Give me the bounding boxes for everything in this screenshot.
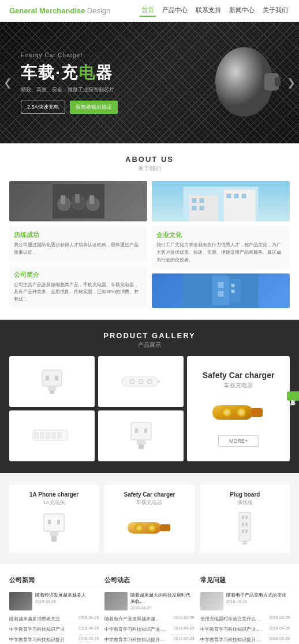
about-tower-image: [152, 273, 290, 308]
news-item-3: 随着电子产品充电方式的变化 2018-04-28: [200, 592, 290, 610]
hero-cn-suffix: 器: [96, 64, 113, 82]
gallery-cell-4: [98, 410, 184, 461]
gallery-cell-3: [9, 410, 95, 461]
svg-rect-22: [218, 282, 224, 288]
news-list-item-2: 中学教育学习科技知识产业 2018-04-28: [9, 624, 99, 635]
nl-date-8: 2018-04-28: [269, 626, 290, 632]
gallery-en: PRODUCT GALLERY: [9, 331, 290, 340]
news-item-1: 随着经济发展越来越多人 2018-04-28: [9, 592, 99, 610]
svg-point-35: [147, 379, 152, 384]
hero-buttons: 2.5A快速充电 双电路输出稳定: [21, 101, 118, 114]
svg-rect-31: [55, 376, 58, 380]
svg-rect-19: [242, 194, 246, 198]
svg-point-42: [239, 410, 244, 414]
about-left: 历练成功 我公司通过国际化逐步获得人才培养认证机构，最终通过产品质量认证， 公司…: [9, 181, 147, 308]
news-list-item-9: 中学教育学习科技知识提升.... 2018-04-28: [200, 635, 290, 644]
nl-title-3: 中学教育学习科技知识提升: [9, 636, 76, 643]
svg-rect-58: [57, 520, 60, 524]
svg-point-33: [130, 379, 134, 384]
nl-date-9: 2018-04-28: [269, 636, 290, 643]
nl-date-3: 2018-04-28: [79, 636, 99, 643]
about-block1-title: 历练成功: [14, 231, 143, 239]
svg-rect-7: [75, 194, 80, 203]
svg-rect-15: [192, 206, 197, 210]
plug-board-icon: [237, 511, 253, 546]
news-col-3: 常见问题 随着电子产品充电方式的变化 2018-04-28 使用充电器时应该注意…: [200, 576, 290, 644]
svg-rect-53: [144, 428, 147, 433]
product-card-2: Safety Car charger 车载充电器: [104, 484, 194, 553]
hero-right-arrow[interactable]: ❯: [287, 76, 296, 89]
svg-rect-71: [245, 530, 248, 533]
svg-rect-51: [139, 445, 144, 449]
nav-home[interactable]: 首页: [140, 5, 156, 17]
hero-section: ❮ Energy Car Charger 车载·充电器 精致、高效、安全，微微工…: [0, 22, 299, 143]
hero-cn-title: 车载·充电器: [21, 62, 118, 84]
nav-news[interactable]: 新闻中心: [227, 5, 256, 17]
featured-sub: 车载充电器: [224, 382, 253, 390]
news-item-2: 随着越来越大的科技发展时代来临.... 2018-04-29: [104, 592, 194, 610]
about-section: ABOUT US 关于我们 历练成功 我公司通过国际化逐步获得人才培: [0, 143, 299, 320]
news-item-2-text: 随着越来越大的科技发展时代来临.... 2018-04-29: [130, 592, 194, 610]
gallery-grid: Safety Car charger 车载充电器 MORE+: [9, 356, 290, 461]
hero-btn1[interactable]: 2.5A快速充电: [21, 101, 65, 114]
side-tab[interactable]: 更多产品: [287, 391, 299, 401]
product3-image: [206, 511, 284, 546]
news-col-2: 公司动态 随着越来越大的科技发展时代来临.... 2018-04-29 随着新兴…: [104, 576, 194, 644]
svg-point-63: [137, 526, 141, 530]
hero-content: Energy Car Charger 车载·充电器 精致、高效、安全，微微工业级…: [21, 52, 118, 114]
svg-rect-29: [50, 391, 54, 394]
news-col1-title: 公司新闻: [9, 576, 99, 587]
hero-cn-prefix: 车载·充: [21, 64, 79, 82]
svg-rect-52: [135, 428, 138, 433]
car-charger2-icon: [126, 515, 173, 541]
svg-rect-18: [234, 194, 239, 198]
about-en: ABOUT US: [9, 155, 290, 164]
svg-rect-5: [61, 195, 65, 204]
nl-date-2: 2018-04-28: [79, 626, 99, 632]
featured-grid: 1A Phone charger 1A充电头 Safety Car charge…: [9, 484, 290, 553]
hero-btn2[interactable]: 双电路输出稳定: [70, 101, 118, 114]
main-nav: 首页 产品中心 联系支持 新闻中心 关于我们: [140, 5, 290, 17]
nav-products[interactable]: 产品中心: [160, 5, 189, 17]
news-item-1-text: 随着经济发展越来越多人 2018-04-28: [35, 592, 86, 610]
svg-rect-30: [46, 376, 49, 380]
news-list-item-4: 随着新兴产业发展越来越.... 2018-04-29: [104, 614, 194, 624]
nl-title-2: 中学教育学习科技知识产业: [9, 626, 76, 632]
news-list-item-3: 中学教育学习科技知识提升 2018-04-28: [9, 635, 99, 644]
product-gallery-section: PRODUCT GALLERY 产品展示 Safe: [0, 320, 299, 473]
header: General Merchandise Design 首页 产品中心 联系支持 …: [0, 0, 299, 22]
nl-title-4: 随着新兴产业发展越来越....: [104, 616, 171, 622]
nav-support[interactable]: 联系支持: [194, 5, 223, 17]
about-block1: 历练成功 我公司通过国际化逐步获得人才培养认证机构，最终通过产品质量认证，: [9, 226, 147, 261]
nav-about[interactable]: 关于我们: [261, 5, 290, 17]
usb-charger-icon: [38, 367, 66, 396]
svg-rect-40: [251, 408, 263, 417]
svg-point-64: [150, 526, 154, 530]
news-item-2-title: 随着越来越大的科技发展时代来临....: [130, 592, 194, 605]
about-block3-text: 我们工厂文化力求造就有执行力优秀人才，都产品文化，为广大客户提供优质、快速、实惠…: [156, 242, 285, 264]
news-grid: 公司新闻 随着经济发展越来越多人 2018-04-28 随着越来越多消费者关注 …: [9, 576, 290, 644]
svg-rect-28: [48, 386, 56, 391]
car-charger-featured-icon: [210, 397, 267, 428]
svg-rect-17: [227, 194, 231, 198]
about-military-image: [9, 181, 147, 221]
news-item-1-title: 随着经济发展越来越多人: [35, 592, 86, 598]
product-card-1: 1A Phone charger 1A充电头: [9, 484, 99, 553]
news-item-3-date: 2018-04-28: [226, 599, 286, 604]
nl-date-6: 2018-04-29: [174, 636, 195, 643]
news-thumb-cable: [200, 592, 223, 610]
gallery-more-btn[interactable]: MORE+: [218, 435, 259, 447]
hero-left-arrow[interactable]: ❮: [3, 76, 12, 89]
featured-title: Safety Car charger: [203, 371, 275, 380]
svg-rect-25: [231, 284, 235, 287]
news-list-2: 随着新兴产业发展越来越.... 2018-04-29 中学教育学习科技知识产业.…: [104, 614, 194, 644]
nl-title-6: 中学教育学习科技知识提升....: [104, 636, 171, 643]
charger2-icon: [128, 420, 154, 451]
about-section-title: ABOUT US 关于我们: [9, 155, 290, 173]
nl-title-1: 随着越来越多消费者关注: [9, 616, 76, 622]
svg-rect-49: [131, 423, 151, 440]
logo: General Merchandise Design: [9, 6, 110, 15]
svg-rect-70: [242, 530, 244, 533]
nl-date-1: 2018-04-28: [79, 616, 99, 622]
news-col-1: 公司新闻 随着经济发展越来越多人 2018-04-28 随着越来越多消费者关注 …: [9, 576, 99, 644]
